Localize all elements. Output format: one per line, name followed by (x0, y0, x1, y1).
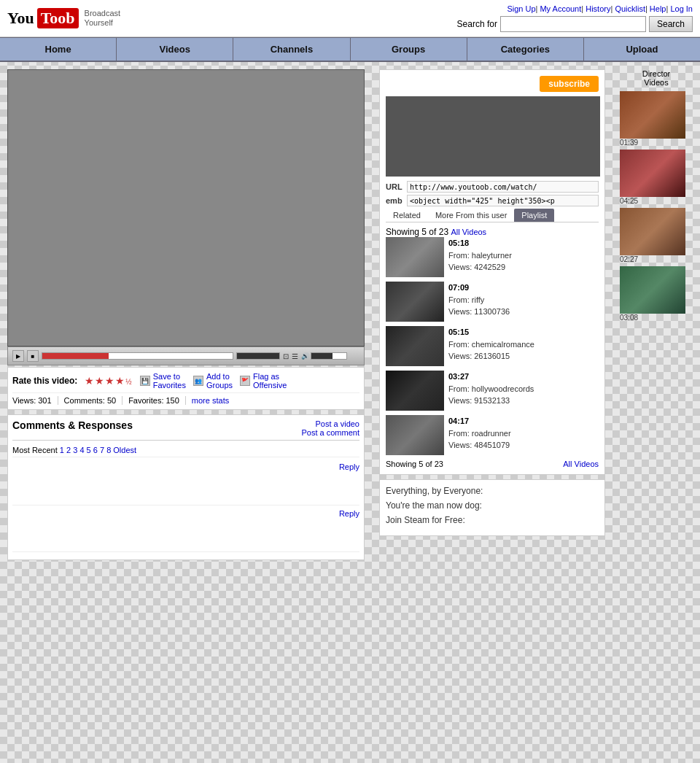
more-stats-link[interactable]: more stats (186, 396, 235, 405)
nav-home[interactable]: Home (0, 38, 117, 61)
navigation: Home Videos Channels Groups Categories U… (0, 37, 700, 62)
progress-bar[interactable] (42, 352, 233, 360)
showing-label-bottom: Showing 5 of 23 (386, 460, 443, 468)
emb-label: emb (386, 196, 404, 205)
history-link[interactable]: History (586, 4, 610, 13)
director-duration-3: 02:27 (620, 255, 693, 263)
showing-row-top: Showing 5 of 23 All Videos (386, 227, 599, 237)
subscribe-row: subscribe (386, 76, 599, 92)
views-2: Views: 11300736 (448, 306, 510, 318)
logo-tagline: Broadcast Yourself (85, 9, 121, 28)
showing-row-bottom: Showing 5 of 23 All Videos (386, 460, 599, 468)
logo-toob-text: Toob (37, 8, 79, 28)
page-4[interactable]: 4 (79, 446, 86, 454)
page-1[interactable]: 1 (60, 446, 66, 454)
reply-2: Reply (12, 508, 359, 519)
director-thumb-1 (620, 91, 685, 139)
video-controls: ▶ ■ ⊡ ☰ 🔊 (7, 346, 365, 365)
url-input[interactable] (407, 181, 599, 193)
extra-links: Everything, by Everyone: You're the man … (379, 479, 605, 536)
volume-bar[interactable] (311, 352, 347, 360)
emb-input[interactable] (407, 195, 599, 206)
showing-label-top: Showing 5 of 23 (386, 227, 448, 237)
add-to-groups-button[interactable]: 👥 Add to Groups (193, 372, 233, 390)
reply-link-1[interactable]: Reply (339, 462, 359, 471)
director-video-4[interactable]: 03:08 (620, 266, 693, 322)
reply-1: Reply (12, 462, 359, 472)
search-button[interactable]: Search (649, 16, 693, 32)
playlist-item-2[interactable]: 07:09 From: riffy Views: 11300736 (386, 282, 599, 322)
from-2: From: riffy (448, 294, 510, 306)
page-5[interactable]: 5 (87, 446, 93, 454)
reply-link-2[interactable]: Reply (339, 509, 359, 518)
rating-area: Rate this video: ★★★★½ 💾 Save to Favorit… (7, 367, 365, 410)
main-content: ▶ ■ ⊡ ☰ 🔊 Rate this video: (0, 62, 700, 719)
save-icon: 💾 (140, 376, 150, 386)
volume-control: 🔊 (301, 352, 359, 360)
views-4: Views: 91532133 (448, 395, 534, 407)
page-8[interactable]: 8 (106, 446, 113, 454)
nav-groups[interactable]: Groups (351, 38, 467, 61)
search-label: Search for (457, 19, 497, 29)
my-account-link[interactable]: My Account (540, 4, 581, 13)
views-1: Views: 4242529 (448, 261, 512, 274)
playlist-item-5[interactable]: 04:17 From: roadrunner Views: 48451079 (386, 415, 599, 455)
director-video-1[interactable]: 01:39 (620, 91, 693, 147)
log-in-link[interactable]: Log In (670, 4, 693, 13)
page-6[interactable]: 6 (93, 446, 100, 454)
director-thumb-2 (620, 150, 685, 197)
playlist-thumb-5 (386, 415, 444, 455)
nav-channels[interactable]: Channels (233, 38, 350, 61)
from-1: From: haleyturner (448, 249, 512, 262)
nav-videos[interactable]: Videos (117, 38, 233, 61)
all-videos-bottom[interactable]: All Videos (563, 460, 599, 468)
duration-3: 05:15 (448, 326, 534, 338)
tab-more-from-user[interactable]: More From this user (428, 209, 514, 222)
fullscreen-icon[interactable]: ⊡ (283, 352, 289, 360)
quicklist-link[interactable]: Quicklist (615, 4, 645, 13)
favorites-stat: Favorites: 150 (122, 396, 186, 405)
views-stat: Views: 301 (12, 396, 58, 405)
play-button[interactable]: ▶ (12, 350, 24, 362)
video-thumbnail (386, 96, 600, 177)
sign-up-link[interactable]: Sign Up (507, 4, 535, 13)
nav-upload[interactable]: Upload (584, 38, 700, 61)
oldest-link[interactable]: Oldest (113, 446, 136, 454)
playlist-thumb-3 (386, 326, 444, 366)
from-3: From: chemicalromance (448, 338, 534, 351)
flag-offensive-button[interactable]: 🚩 Flag as Offensive (240, 372, 287, 390)
playlist-item-1[interactable]: 05:18 From: haleyturner Views: 4242529 (386, 237, 599, 277)
tagline-line1: Broadcast (85, 9, 121, 18)
post-video-link[interactable]: Post a video (315, 419, 359, 428)
tab-playlist[interactable]: Playlist (514, 209, 554, 222)
views-3: Views: 26136015 (448, 350, 534, 363)
page-2[interactable]: 2 (66, 446, 73, 454)
from-4: From: hollywoodrecords (448, 383, 534, 395)
emb-row: emb (386, 195, 599, 206)
playlist-info-3: 05:15 From: chemicalromance Views: 26136… (448, 326, 534, 363)
rating-row: Rate this video: ★★★★½ 💾 Save to Favorit… (12, 372, 359, 390)
tab-related[interactable]: Related (386, 209, 428, 222)
settings-icon[interactable]: ☰ (292, 352, 298, 360)
top-links: Sign Up| My Account| History| Quicklist|… (507, 4, 693, 13)
playlist-item-4[interactable]: 03:27 From: hollywoodrecords Views: 9153… (386, 371, 599, 411)
extra-link-3: Join Steam for Free: (386, 515, 599, 525)
video-player[interactable] (7, 69, 365, 346)
page-7[interactable]: 7 (100, 446, 106, 454)
post-comment-link[interactable]: Post a comment (302, 428, 359, 437)
help-link[interactable]: Help (650, 4, 666, 13)
stop-button[interactable]: ■ (27, 350, 39, 362)
search-input[interactable] (500, 16, 646, 32)
save-to-favorites-button[interactable]: 💾 Save to Favorites (140, 372, 186, 390)
director-video-3[interactable]: 02:27 (620, 208, 693, 263)
comments-stat: Comments: 50 (58, 396, 123, 405)
comments-header: Comments & Responses Post a video Post a… (12, 419, 359, 441)
playlist-tabs: Related More From this user Playlist (386, 209, 599, 222)
director-video-2[interactable]: 04:25 (620, 150, 693, 205)
stats-row: Views: 301 Comments: 50 Favorites: 150 m… (12, 392, 359, 405)
nav-categories[interactable]: Categories (467, 38, 584, 61)
subscribe-button[interactable]: subscribe (540, 76, 599, 92)
page-3[interactable]: 3 (73, 446, 79, 454)
playlist-item-3[interactable]: 05:15 From: chemicalromance Views: 26136… (386, 326, 599, 366)
all-videos-top[interactable]: All Videos (451, 228, 486, 236)
